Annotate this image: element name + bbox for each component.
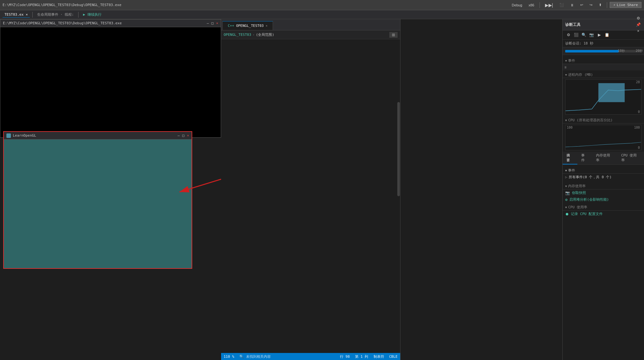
cpu-svg	[566, 125, 641, 150]
status-encoding[interactable]: 制表符	[374, 354, 384, 359]
code-editor-toolbar: OPENGL_TEST03 › (全局范围) ⊞	[221, 30, 400, 39]
diag-tool3[interactable]: 🔍	[581, 32, 587, 38]
svg-rect-2	[599, 83, 625, 102]
diag-session-label: 诊断会话: 18 秒	[565, 41, 593, 45]
summary-section: 事件 ▷ 所有事件(0 个，共 0 个)	[563, 165, 644, 182]
diag-tool1[interactable]: ⚙	[565, 32, 572, 38]
code-tab-main[interactable]: C++ OPENGL_TEST03 ×	[222, 21, 273, 30]
status-col[interactable]: 第 1 列	[355, 354, 368, 359]
status-find: 🔍 未找到相关内容	[239, 354, 271, 359]
heap-label: 启用堆分析(会影响性能)	[569, 197, 609, 202]
toolbar-stepout[interactable]: ⬆	[596, 2, 604, 8]
diag-tab-summary[interactable]: 摘要	[563, 152, 577, 164]
code-scrollbar[interactable]	[397, 39, 400, 353]
toolbar-sep2	[607, 2, 607, 8]
snapshot-btn[interactable]: 📷 创取快照	[563, 189, 644, 196]
diag-tab-events[interactable]: 事件	[577, 152, 592, 164]
cpu-record-icon: ⏺	[565, 212, 569, 216]
code-breadcrumb-scope: (全局范围)	[256, 32, 274, 37]
event-toggle-icon: ⏸	[564, 66, 567, 69]
summary-all-events[interactable]: ▷ 所有事件(0 个，共 0 个)	[563, 174, 644, 180]
diag-pin-btn[interactable]: 📌	[635, 21, 641, 28]
live-share-button[interactable]: ⚡ Live Share	[610, 2, 641, 8]
code-text[interactable]	[235, 39, 397, 353]
toolbar-run[interactable]: ▶▶|	[542, 2, 556, 8]
second-toolbar: TEST03.ex × 生命周期事件 · 线程: ▶ 继续执行	[0, 10, 644, 19]
debug-content	[0, 27, 221, 137]
toolbar-stepinto[interactable]: ↪	[587, 2, 595, 8]
memory-y-label-top: 28	[636, 80, 640, 84]
status-line[interactable]: 行 98	[340, 354, 350, 359]
toolbar-right: Debug x86 ▶▶| ⬛ ⏸ ↩ ↪ ⬆ ⚡ Live Share	[509, 2, 644, 8]
summary-event-label: 事件	[563, 166, 644, 174]
diag-tab-memory[interactable]: 内存使用率	[592, 152, 617, 164]
timeline-fill	[565, 50, 619, 52]
heap-icon: ⚙	[565, 197, 567, 202]
cpu-y-label-bot: 0	[638, 146, 640, 149]
cpu-section-label: CPU (所有处理器的百分比)	[563, 116, 644, 124]
breadcrumb-sep: ›	[252, 33, 255, 37]
diag-tab-cpu[interactable]: CPU 使用率	[617, 152, 644, 164]
opengl-minimize-btn[interactable]: —	[178, 133, 180, 138]
opengl-title-text: LearnOpenGL	[13, 133, 36, 138]
status-eol[interactable]: CBLE	[389, 355, 398, 359]
toolbar-stepover[interactable]: ↩	[578, 2, 586, 8]
toolbar-lifecycle: 生命周期事件 · 线程:	[35, 12, 76, 18]
diag-settings-btn[interactable]: ⚙	[635, 15, 641, 21]
diagnostics-toolbar: ⚙ ⬛ 🔍 📷 ▶ 📋	[563, 30, 644, 40]
code-tab-bar: C++ OPENGL_TEST03 ×	[221, 19, 400, 30]
main-layout: E:\MYZ\Code\OPENGL\OPENGL_TEST03\Debug\O…	[0, 19, 644, 360]
line-numbers	[221, 39, 235, 353]
memory-section-label: 进程内存 (MB)	[563, 70, 644, 78]
code-breadcrumb-file: OPENGL_TEST03	[224, 33, 251, 37]
cpu-profile-btn[interactable]: ⏺ 记录 CPU 配置文件	[563, 211, 644, 217]
opengl-close-btn[interactable]: ×	[187, 133, 189, 138]
diagnostics-title: 诊断工具	[565, 22, 581, 28]
toolbar-continue[interactable]: ▶ 继续执行	[81, 12, 103, 18]
opengl-window: LearnOpenGL — □ ×	[3, 131, 192, 269]
debug-window-controls: — □ ×	[207, 21, 218, 25]
all-events-icon: ▷	[565, 175, 567, 179]
debug-window-path: E:\MYZ\Code\OPENGL\OPENGL_TEST03\Debug\O…	[3, 3, 121, 7]
toolbar-left: E:\MYZ\Code\OPENGL\OPENGL_TEST03\Debug\O…	[0, 3, 121, 7]
timeline-label-10: 10秒	[618, 49, 625, 53]
timeline-container: 10秒 20秒	[563, 47, 644, 55]
top-toolbar: E:\MYZ\Code\OPENGL\OPENGL_TEST03\Debug\O…	[0, 0, 644, 10]
opengl-titlebar: LearnOpenGL — □ ×	[4, 132, 192, 140]
code-tab-close[interactable]: ×	[266, 24, 268, 28]
debug-window-titlebar: E:\MYZ\Code\OPENGL\OPENGL_TEST03\Debug\O…	[0, 20, 221, 27]
code-tab-label: C++	[228, 24, 234, 28]
opengl-content	[4, 140, 192, 268]
toolbar-stop[interactable]: ⬛	[557, 2, 566, 8]
debug-minimize-btn[interactable]: —	[207, 21, 209, 25]
memory-svg	[566, 80, 641, 114]
debug-close-btn[interactable]: ×	[216, 21, 218, 25]
opengl-maximize-btn[interactable]: □	[182, 133, 185, 138]
code-lines-container	[221, 39, 400, 353]
diag-session-info: 诊断会话: 18 秒	[563, 40, 644, 47]
debug-window-title: E:\MYZ\Code\OPENGL\OPENGL_TEST03\Debug\O…	[3, 21, 122, 25]
diag-tool4[interactable]: 📷	[588, 32, 595, 38]
code-status-bar: 110 % 🔍 未找到相关内容 行 98 第 1 列 制表符 CBLE	[221, 353, 400, 360]
diag-tool2[interactable]: ⬛	[573, 32, 579, 38]
toolbar-pause[interactable]: ⏸	[568, 3, 576, 8]
all-events-label: 所有事件(0 个，共 0 个)	[569, 175, 612, 180]
cpu-graph-area: 100 0 100	[565, 125, 641, 150]
status-zoom[interactable]: 110 %	[224, 355, 234, 359]
opengl-title: LearnOpenGL	[6, 133, 36, 138]
code-split-btn[interactable]: ⊞	[389, 32, 398, 38]
diag-tool6[interactable]: 📋	[604, 32, 610, 38]
toolbar-file-tab[interactable]: TEST03.ex ×	[3, 12, 30, 18]
heap-analysis-btn[interactable]: ⚙ 启用堆分析(会影响性能)	[563, 196, 644, 203]
diagnostics-header: 诊断工具 ⚙ 📌 ×	[563, 19, 644, 30]
code-content[interactable]	[221, 39, 400, 353]
diag-tool5[interactable]: ▶	[596, 32, 602, 38]
memory-graph-area: 28 0	[565, 79, 641, 115]
event-toggle: ⏸	[563, 64, 644, 70]
sec-sep1	[32, 12, 33, 18]
toolbar-platform[interactable]: x86	[526, 3, 537, 8]
diagnostics-panel: 诊断工具 ⚙ 📌 × ⚙ ⬛ 🔍 📷 ▶ 📋 诊断会话: 18 秒 10秒 20…	[562, 19, 644, 360]
timeline-bar[interactable]	[565, 50, 641, 52]
debug-maximize-btn[interactable]: □	[211, 21, 214, 25]
toolbar-debug[interactable]: Debug	[509, 3, 524, 8]
